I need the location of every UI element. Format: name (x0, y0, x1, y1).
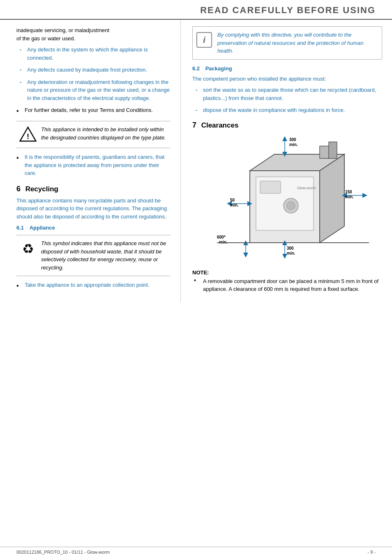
info-icon: i (195, 31, 213, 49)
svg-rect-6 (320, 146, 330, 158)
svg-text:min.: min. (287, 251, 295, 255)
warning-notice-text: This appliance is intended to be install… (41, 125, 168, 142)
section6-text: This appliance contains many recyclable … (16, 197, 171, 221)
dash-marker: - (196, 106, 203, 114)
sub62-heading: 6.2 Packaging (192, 65, 382, 72)
svg-point-11 (287, 202, 295, 210)
right-column: i By complying with this directive, you … (181, 20, 392, 302)
intro-text: inadequate servicing, or maladjustmentof… (16, 26, 171, 42)
svg-text:min.: min. (289, 142, 298, 147)
note-label: NOTE: (192, 269, 382, 276)
packaging-intro: The competent person who installed the a… (192, 75, 382, 83)
svg-text:!: ! (27, 132, 29, 141)
packaging-dash-2: - dispose of the waste in compliance wit… (192, 106, 382, 114)
recycle-notice-box: ♻ This symbol indicates that this applia… (16, 235, 171, 276)
bullet-marker: • (16, 153, 23, 177)
svg-rect-9 (260, 181, 281, 193)
dash-marker: - (20, 78, 27, 102)
note-star-item: * A removable compartment door can be pl… (192, 277, 382, 293)
svg-text:♻: ♻ (22, 241, 34, 256)
bullet-item-3: • Take the appliance to an appropriate c… (16, 281, 171, 291)
info-notice-box: i By complying with this directive, you … (192, 26, 382, 60)
page-header: READ CAREFULLY BEFORE USING (0, 0, 392, 20)
bullet-marker: • (16, 281, 23, 291)
section-7-heading: 7 Clearances (192, 121, 382, 130)
section-6-heading: 6 Recycling (16, 185, 171, 193)
svg-text:300: 300 (289, 137, 296, 142)
packaging-dash-1: - sort the waste so as to separate those… (192, 86, 382, 102)
svg-text:300: 300 (287, 246, 294, 251)
svg-text:600*: 600* (217, 235, 226, 239)
svg-text:Glow-worm: Glow-worm (297, 186, 316, 190)
footer-left: 0020112186_PROTO_10 - 01/11 - Glow-worm (16, 550, 110, 555)
dash-marker: - (20, 66, 27, 74)
dash-item-1: - Any defects in the system to which the… (16, 46, 171, 62)
info-icon-box: i (196, 32, 212, 48)
left-column: inadequate servicing, or maladjustmentof… (0, 20, 181, 302)
sub61-heading: 6.1 Appliance (16, 225, 171, 231)
clearance-diagram: Glow-worm 300 min. 50 min. 150 min. (192, 134, 373, 265)
warning-icon: ! (19, 125, 37, 144)
info-notice-text: By complying with this directive, you wi… (217, 31, 379, 55)
page-title: READ CAREFULLY BEFORE USING (200, 5, 376, 15)
dash-marker: - (20, 46, 27, 62)
dash-marker: - (196, 86, 203, 102)
star-marker: * (194, 277, 200, 293)
page-footer: 0020112186_PROTO_10 - 01/11 - Glow-worm … (0, 547, 392, 557)
dash-item-2: - Any defects caused by inadequate frost… (16, 66, 171, 74)
svg-text:min.: min. (230, 203, 239, 207)
footer-right: - 9 - (367, 550, 376, 555)
svg-text:min.: min. (219, 240, 228, 244)
bullet-item-2: • It is the responsibility of parents, g… (16, 153, 171, 177)
svg-rect-7 (329, 142, 337, 158)
bullet-marker: • (16, 106, 23, 116)
dash-item-3: - Any deterioration or maladjustment fol… (16, 78, 171, 102)
recycle-icon: ♻ (19, 239, 37, 258)
page: READ CAREFULLY BEFORE USING inadequate s… (0, 0, 392, 557)
note-section: NOTE: * A removable compartment door can… (192, 269, 382, 293)
recycle-notice-text: This symbol indicates that this applianc… (41, 239, 168, 272)
svg-text:min.: min. (345, 195, 354, 199)
main-content: inadequate servicing, or maladjustmentof… (0, 20, 392, 302)
svg-text:150: 150 (345, 190, 352, 194)
svg-text:50: 50 (230, 198, 235, 202)
bullet-item-1: • For further details, refer to your Ter… (16, 106, 171, 116)
warning-notice-box: ! This appliance is intended to be insta… (16, 121, 171, 148)
